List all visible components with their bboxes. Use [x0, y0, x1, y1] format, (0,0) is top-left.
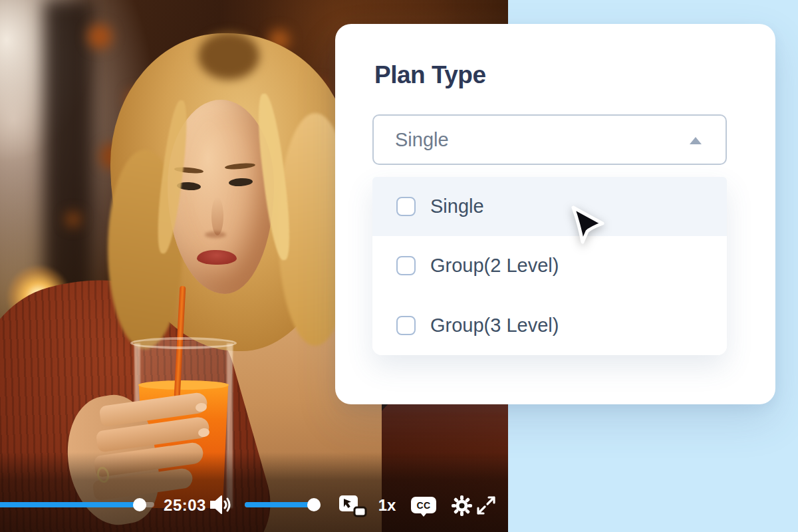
option-checkbox[interactable] [396, 256, 416, 275]
current-time: 25:03 [161, 496, 209, 515]
photo-juice-surface [138, 380, 229, 390]
volume-icon[interactable] [210, 495, 235, 515]
dropdown-option-group-3-level[interactable]: Group(3 Level) [372, 296, 727, 355]
volume-slider[interactable] [245, 502, 321, 507]
settings-icon[interactable] [452, 495, 472, 516]
option-label: Single [430, 196, 484, 217]
seek-bar-fill [0, 502, 140, 507]
photo-lips [197, 250, 237, 265]
dropdown-option-group-2-level[interactable]: Group(2 Level) [372, 236, 727, 295]
dropdown-option-single[interactable]: Single [372, 177, 727, 236]
option-checkbox[interactable] [396, 197, 416, 216]
cursor-arrow-icon [564, 201, 608, 247]
select-value: Single [395, 129, 449, 151]
fullscreen-icon[interactable] [475, 494, 497, 517]
seek-bar[interactable] [0, 502, 154, 507]
chevron-up-icon [690, 137, 702, 144]
option-checkbox[interactable] [396, 316, 416, 335]
volume-fill [245, 502, 314, 507]
picture-in-picture-icon[interactable] [338, 493, 368, 519]
plan-type-dropdown: Single Group(2 Level) Group(3 Level) [372, 177, 727, 355]
page-title: Plan Type [374, 61, 486, 89]
photo-hair-roots [198, 32, 259, 80]
seek-handle[interactable] [133, 498, 146, 511]
option-label: Group(2 Level) [430, 255, 559, 277]
plan-type-card: Plan Type Single Single Group(2 Level) G… [335, 24, 775, 404]
photo-nose-shadow [205, 231, 226, 238]
option-label: Group(3 Level) [430, 315, 559, 336]
captions-icon[interactable]: CC [411, 497, 436, 513]
captions-label: CC [416, 500, 430, 511]
photo-glass-rim [130, 337, 237, 349]
photo-nose [211, 197, 223, 235]
video-controls: 25:03 1x CC [0, 477, 508, 532]
screenshot-stage: 25:03 1x CC [0, 0, 798, 532]
plan-type-select[interactable]: Single [372, 114, 727, 165]
playback-speed-button[interactable]: 1x [372, 496, 402, 515]
volume-handle[interactable] [307, 498, 321, 511]
